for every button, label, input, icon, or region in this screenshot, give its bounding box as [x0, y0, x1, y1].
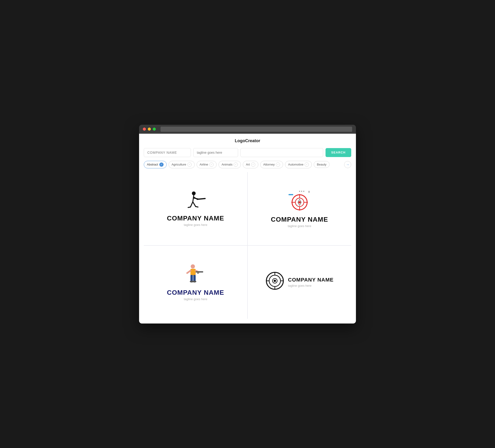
filter-abstract-label: Abstract — [147, 163, 158, 166]
circle-target-icon — [265, 271, 284, 290]
logo-grid: COMPANY NAME tagline goes here ××× — [144, 172, 351, 319]
logo4-text-group: COMPANY NAME tagline goes here — [288, 277, 333, 287]
filter-animals-check-icon — [234, 162, 238, 167]
svg-line-8 — [197, 198, 205, 199]
filter-animals-label: Animals — [221, 163, 233, 166]
shooter-icon — [184, 191, 207, 212]
logo3-tagline: tagline goes here — [184, 297, 207, 301]
logo1-tagline: tagline goes here — [184, 223, 207, 227]
maximize-button[interactable] — [153, 127, 156, 131]
svg-rect-21 — [191, 275, 193, 281]
minimize-button[interactable] — [148, 127, 151, 131]
svg-line-4 — [196, 207, 198, 207]
svg-point-19 — [191, 264, 195, 268]
svg-point-17 — [298, 201, 301, 203]
filter-automotive[interactable]: Automotive — [285, 161, 312, 168]
filters-next-button[interactable]: → — [344, 161, 351, 168]
logo1-company-name: COMPANY NAME — [167, 215, 224, 222]
logo2-company-name: COMPANY NAME — [271, 216, 328, 223]
svg-line-25 — [187, 271, 191, 273]
filter-automotive-label: Automotive — [288, 163, 303, 166]
svg-point-36 — [274, 280, 276, 282]
logo3-company-name: COMPANY NAME — [167, 289, 224, 296]
logo4-tagline: tagline goes here — [288, 284, 333, 287]
logo-card-3[interactable]: COMPANY NAME tagline goes here — [144, 246, 247, 319]
svg-point-0 — [192, 192, 196, 195]
svg-text:⬆: ⬆ — [308, 190, 310, 194]
svg-line-1 — [193, 195, 194, 202]
address-bar — [161, 127, 352, 132]
filter-beauty-label: Beauty — [317, 163, 326, 166]
logo2-tagline: tagline goes here — [288, 224, 311, 228]
logo-card-4[interactable]: COMPANY NAME tagline goes here — [248, 246, 351, 319]
color-shooter-icon — [184, 264, 207, 286]
svg-rect-27 — [196, 271, 203, 273]
filter-art-check-icon — [251, 162, 255, 167]
filter-airline-label: Airline — [200, 163, 208, 166]
close-button[interactable] — [143, 127, 146, 131]
logo-card-2[interactable]: ××× — [248, 172, 351, 245]
svg-rect-20 — [191, 269, 196, 275]
logo4-horizontal-layout: COMPANY NAME tagline goes here — [265, 271, 333, 293]
logo4-company-name: COMPANY NAME — [288, 277, 333, 283]
company-name-input[interactable] — [144, 148, 191, 157]
svg-line-2 — [191, 202, 193, 207]
tagline-input[interactable] — [193, 148, 238, 157]
logo-card-1[interactable]: COMPANY NAME tagline goes here — [144, 172, 247, 245]
filter-attorney[interactable]: Attorney — [260, 161, 283, 168]
filter-attorney-label: Attorney — [263, 163, 275, 166]
filter-art-label: Art — [246, 163, 250, 166]
filter-airline-check-icon — [209, 162, 214, 167]
filter-abstract-check-icon — [159, 162, 164, 167]
filter-abstract[interactable]: Abstract — [144, 161, 167, 168]
svg-line-3 — [193, 202, 196, 207]
svg-point-24 — [192, 280, 196, 282]
svg-rect-10 — [289, 194, 293, 195]
svg-text:×××: ××× — [299, 190, 305, 193]
svg-line-5 — [188, 207, 191, 208]
category-filters: Abstract Agriculture Airline Animals Art… — [144, 161, 351, 168]
filter-airline[interactable]: Airline — [197, 161, 217, 168]
filter-animals[interactable]: Animals — [219, 161, 241, 168]
filter-beauty[interactable]: Beauty — [314, 161, 329, 168]
filter-agriculture-label: Agriculture — [172, 163, 186, 166]
crosshair-target-icon: ××× — [287, 189, 313, 213]
search-button[interactable]: SEARCH — [326, 148, 351, 157]
filter-attorney-check-icon — [276, 162, 280, 167]
app-title: LogoCreator — [144, 139, 351, 143]
filter-art[interactable]: Art — [243, 161, 258, 168]
titlebar — [139, 125, 356, 134]
app-window: LogoCreator SEARCH Abstract Agriculture … — [139, 125, 356, 323]
svg-rect-28 — [197, 273, 199, 274]
app-body: LogoCreator SEARCH Abstract Agriculture … — [139, 134, 356, 323]
search-bar: SEARCH — [144, 148, 351, 157]
color-input[interactable] — [240, 148, 323, 157]
filter-automotive-check-icon — [304, 162, 309, 167]
filter-agriculture[interactable]: Agriculture — [168, 161, 195, 168]
svg-rect-22 — [193, 275, 196, 281]
filter-agriculture-check-icon — [187, 162, 192, 167]
